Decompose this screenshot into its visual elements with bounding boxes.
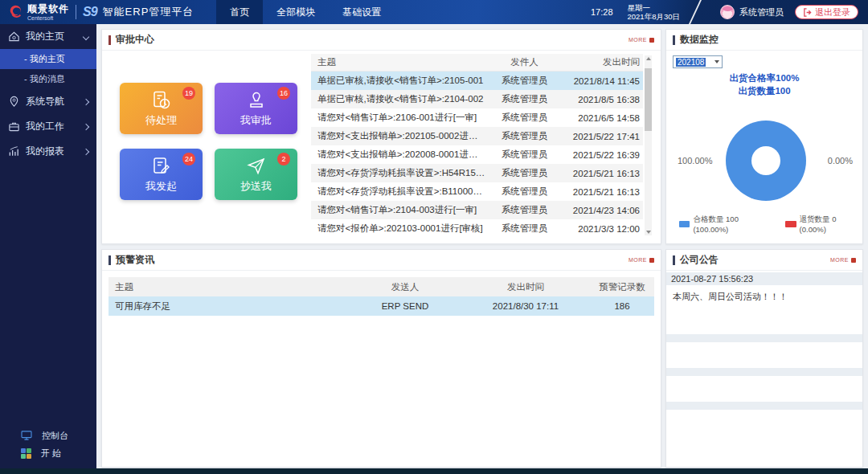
approval-row[interactable]: 请您对<存货浮动耗损率设置>:H54R15006002进行[审核] 系统管理员 …: [311, 164, 643, 182]
col-header-time: 发出时间: [461, 281, 590, 293]
notice-date: 2021-08-27 15:56:23: [666, 272, 862, 285]
location-pin-icon: [8, 96, 20, 108]
more-icon: [851, 258, 856, 263]
legend-swatch-red: [785, 221, 796, 227]
title-accent: [673, 255, 675, 265]
notice-item[interactable]: 2021-08-27 15:56:23 本周六、周日公司活动！！！: [666, 272, 862, 309]
sidebar-item-system-nav[interactable]: 系统导航: [0, 89, 96, 114]
console-button[interactable]: 控制台: [0, 427, 96, 444]
pass-rate-text: 出货合格率100%: [666, 72, 862, 84]
sidebar-item-my-work[interactable]: 我的工作: [0, 114, 96, 139]
scrollbar[interactable]: [645, 55, 652, 235]
brand-name: 顺景软件: [27, 4, 69, 14]
chevron-right-icon: [83, 123, 89, 129]
period-value: 202108: [676, 58, 706, 67]
donut-chart: [726, 121, 806, 201]
col-header-subject: 主题: [108, 281, 349, 293]
sidebar-subitem-my-messages[interactable]: - 我的消息: [0, 69, 96, 89]
logo: 顺景软件 Centersoft S9 智能ERP管理平台: [0, 3, 194, 21]
approval-message-table: 主题 发件人 发出时间 单据已审核,请接收<销售订单>:2105-001 系统管…: [311, 54, 643, 237]
tab-basic-settings[interactable]: 基础设置: [329, 0, 395, 24]
chevron-right-icon: [83, 98, 89, 104]
sidebar-item-my-reports[interactable]: 我的报表: [0, 139, 96, 164]
brand-name-en: Centersoft: [27, 15, 69, 21]
briefcase-icon: [8, 121, 20, 133]
chevron-right-icon: [83, 148, 89, 154]
approval-center-panel: 审批中心 MORE 待处理 19 我审批: [101, 29, 661, 244]
approval-row[interactable]: 请您对<销售订单>:2106-001进行[一审] 系统管理员 2021/6/5 …: [311, 108, 643, 127]
data-monitor-panel: 数据监控 202108 出货合格率100% 出货数量100 100.00% 0.…: [665, 29, 863, 244]
bar-chart-icon: [8, 145, 20, 157]
legend-returned: 退货数量 0 (0.00%): [785, 215, 862, 234]
tile-initiated-by-me[interactable]: 我发起 24: [120, 149, 203, 200]
brand-swirl-icon: [6, 3, 24, 21]
ship-qty-text: 出货数量100: [666, 84, 862, 97]
username: 系统管理员: [739, 6, 784, 18]
erp-dashboard: 顺景软件 Centersoft S9 智能ERP管理平台 首页 全部模块 基础设…: [0, 0, 868, 474]
alerts-table: 主题 发送人 发出时间 预警记录数 可用库存不足 ERP SEND 2021/8…: [108, 277, 654, 316]
notice-item-empty: [666, 402, 862, 410]
sidebar-item-my-home[interactable]: 我的主页: [0, 24, 96, 49]
start-button[interactable]: 开 始: [0, 444, 96, 462]
col-header-count: 预警记录数: [590, 281, 654, 293]
more-button[interactable]: MORE: [830, 257, 856, 263]
tile-pending[interactable]: 待处理 19: [120, 83, 203, 134]
alerts-panel: 预警资讯 MORE 主题 发送人 发出时间 预警记录数 可用库存不足 ERP S…: [101, 249, 661, 468]
doc-edit-icon: [151, 156, 172, 177]
stamp-icon: [246, 90, 267, 111]
tile-cc-to-me[interactable]: 抄送我 2: [215, 149, 297, 200]
panel-title: 数据监控: [680, 33, 719, 47]
approval-row[interactable]: 单据已审核,请接收<销售订单>:2105-001 系统管理员 2021/8/14…: [311, 72, 643, 90]
col-header-sender: 发件人: [486, 56, 563, 68]
title-accent: [108, 35, 111, 45]
notice-item-empty: [666, 368, 862, 376]
divider: [689, 0, 708, 24]
company-notice-panel: 公司公告 MORE 2021-08-27 15:56:23 本周六、周日公司活动…: [665, 249, 863, 468]
legend-qualified: 合格数量 100 (100.00%): [679, 215, 772, 234]
platform-title: 智能ERP管理平台: [103, 5, 194, 19]
approval-row[interactable]: 请您对<支出报销单>:202008-0001进行[审核] 系统管理员 2021/…: [311, 145, 643, 164]
user-avatar[interactable]: [720, 5, 735, 19]
badge-count: 2: [277, 153, 290, 165]
chevron-down-icon: [714, 60, 719, 63]
approval-row[interactable]: 请您对<存货浮动耗损率设置>:B11000001进行[审核] 系统管理员 202…: [311, 182, 643, 201]
approval-row[interactable]: 请您对<销售订单>:2104-003进行[一审] 系统管理员 2021/4/23…: [311, 201, 643, 219]
approval-row[interactable]: 请您对<支出报销单>:202105-0002进行[审核] 系统管理员 2021/…: [311, 127, 643, 145]
approval-row[interactable]: 单据已审核,请接收<销售订单>:2104-002 系统管理员 2021/8/5 …: [311, 90, 643, 108]
scroll-thumb[interactable]: [645, 68, 652, 131]
doc-clock-icon: [151, 90, 172, 111]
donut-label-right: 0.00%: [828, 156, 853, 165]
bottom-bar: [0, 468, 868, 474]
more-icon: [649, 38, 654, 43]
tab-home[interactable]: 首页: [216, 0, 263, 24]
title-accent: [108, 255, 111, 265]
panel-title: 预警资讯: [116, 253, 154, 267]
title-accent: [673, 35, 675, 45]
divider: [76, 5, 76, 19]
chevron-down-icon: [83, 33, 89, 39]
sidebar-subitem-my-home[interactable]: - 我的主页: [0, 49, 96, 69]
tile-my-approvals[interactable]: 我审批 16: [215, 83, 297, 134]
scroll-up-icon[interactable]: [646, 57, 651, 60]
period-select[interactable]: 202108: [673, 55, 723, 68]
donut-label-left: 100.00%: [678, 156, 712, 165]
weekday: 星期一: [628, 3, 680, 12]
alert-row[interactable]: 可用库存不足 ERP SEND 2021/8/30 17:11 186: [108, 296, 654, 316]
col-header-subject: 主题: [311, 56, 486, 68]
more-icon: [649, 258, 654, 263]
col-header-sender: 发送人: [349, 281, 461, 293]
col-header-time: 发出时间: [563, 56, 643, 68]
start-grid-icon: [21, 448, 31, 459]
tab-all-modules[interactable]: 全部模块: [263, 0, 329, 24]
scroll-down-icon[interactable]: [646, 231, 651, 234]
panel-title: 公司公告: [680, 253, 719, 267]
clock: 17:28: [591, 7, 613, 17]
logout-button[interactable]: 退出登录: [795, 5, 858, 19]
approval-row[interactable]: 请您对<报价单>:202103-0001进行[审核] 系统管理员 2021/3/…: [311, 219, 643, 238]
more-button[interactable]: MORE: [628, 37, 654, 43]
console-monitor-icon: [21, 431, 32, 440]
paper-plane-icon: [246, 156, 267, 177]
date: 2021年8月30日: [628, 12, 680, 21]
more-button[interactable]: MORE: [628, 257, 654, 263]
logout-icon: [803, 8, 812, 17]
